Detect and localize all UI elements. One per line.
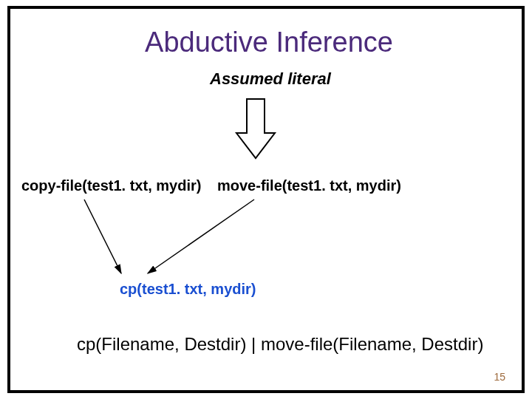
inference-rule: cp(Filename, Destdir) | move-file(Filena…	[77, 334, 483, 355]
slide-title: Abductive Inference	[10, 27, 528, 58]
down-arrow-icon	[233, 98, 278, 164]
assumed-literal-label: Assumed literal	[210, 69, 331, 89]
copy-file-literal: copy-file(test1. txt, mydir)	[21, 177, 201, 194]
svg-line-0	[84, 200, 121, 273]
cp-literal: cp(test1. txt, mydir)	[120, 281, 256, 298]
move-file-literal: move-file(test1. txt, mydir)	[217, 177, 401, 194]
svg-line-1	[148, 200, 254, 273]
page-number: 15	[494, 371, 505, 383]
slide-frame: Abductive Inference Assumed literal copy…	[7, 6, 525, 393]
